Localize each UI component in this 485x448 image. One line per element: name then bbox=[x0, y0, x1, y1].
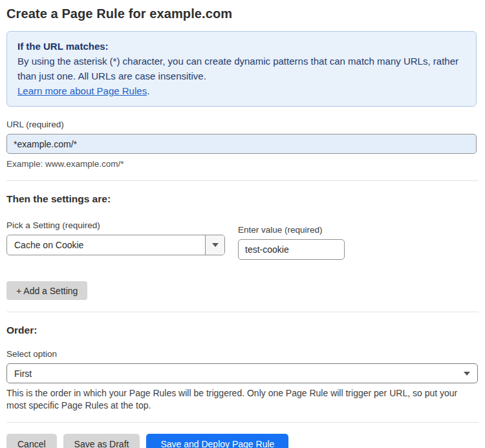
order-select-wrapper: First bbox=[6, 363, 478, 383]
info-box-link-line: Learn more about Page Rules. bbox=[17, 83, 466, 98]
save-as-draft-button[interactable]: Save as Draft bbox=[63, 434, 140, 448]
footer-divider bbox=[6, 422, 479, 423]
order-divider bbox=[6, 312, 479, 312]
page-title: Create a Page Rule for example.com bbox=[6, 5, 479, 22]
link-suffix: . bbox=[147, 85, 149, 96]
url-input[interactable] bbox=[6, 134, 477, 154]
order-select[interactable]: First bbox=[6, 363, 478, 383]
url-field-label: URL (required) bbox=[6, 120, 479, 129]
setting-picker-selected-value: Cache on Cookie bbox=[7, 235, 205, 255]
create-page-rule-form: Create a Page Rule for example.com If th… bbox=[0, 0, 485, 448]
setting-value-column: Enter value (required) bbox=[238, 207, 345, 260]
setting-value-input[interactable] bbox=[238, 239, 345, 260]
section-divider bbox=[6, 180, 479, 181]
footer-actions: Cancel Save as Draft Save and Deploy Pag… bbox=[6, 434, 479, 448]
cancel-button[interactable]: Cancel bbox=[6, 434, 57, 448]
settings-section-heading: Then the settings are: bbox=[6, 193, 479, 205]
setting-value-label: Enter value (required) bbox=[238, 225, 345, 235]
setting-picker-column: Pick a Setting (required) Cache on Cooki… bbox=[6, 207, 225, 255]
url-match-info-box: If the URL matches: By using the asteris… bbox=[6, 31, 477, 107]
setting-picker-label: Pick a Setting (required) bbox=[6, 220, 225, 230]
info-box-body: By using the asterisk (*) character, you… bbox=[17, 54, 466, 83]
setting-picker-arrow-button[interactable] bbox=[205, 235, 224, 255]
order-section-heading: Order: bbox=[6, 325, 479, 336]
settings-row: Pick a Setting (required) Cache on Cooki… bbox=[6, 207, 479, 260]
setting-picker-dropdown[interactable]: Cache on Cookie bbox=[6, 235, 225, 255]
url-field-help: Example: www.example.com/* bbox=[6, 159, 479, 169]
info-box-heading: If the URL matches: bbox=[17, 39, 466, 54]
order-help-text: This is the order in which your Page Rul… bbox=[6, 387, 473, 412]
chevron-down-icon bbox=[212, 243, 219, 247]
save-and-deploy-button[interactable]: Save and Deploy Page Rule bbox=[146, 434, 288, 448]
add-setting-button[interactable]: + Add a Setting bbox=[6, 281, 87, 300]
learn-more-link[interactable]: Learn more about Page Rules bbox=[17, 85, 147, 96]
order-select-label: Select option bbox=[6, 349, 479, 359]
